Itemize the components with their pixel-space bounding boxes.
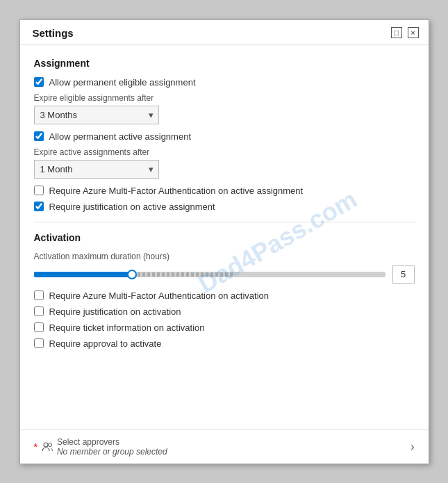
require-justification-active-label: Require justification on active assignme… [49,202,215,212]
eligible-expire-select[interactable]: 3 Months 1 Month 6 Months 1 Year [34,106,159,124]
dash [196,272,199,277]
minimize-button[interactable]: □ [391,27,402,38]
dash [201,272,204,277]
dash [186,272,189,277]
dash [172,272,174,277]
dash [210,272,213,277]
dash [206,272,208,277]
require-justification-activation-row: Require justification on activation [34,306,415,317]
allow-permanent-eligible-row: Allow permanent eligible assignment [34,77,415,88]
window-controls: □ × [391,27,419,38]
title-bar: Settings □ × [20,20,429,45]
approver-placeholder: Select approvers [57,437,167,447]
active-expire-group: Expire active assignments after 1 Month … [34,147,415,179]
allow-permanent-eligible-label: Allow permanent eligible assignment [49,77,196,88]
require-justification-activation-checkbox[interactable] [34,306,44,316]
allow-permanent-active-label: Allow permanent active assignment [49,131,192,142]
require-mfa-activation-checkbox[interactable] [34,290,44,300]
settings-window: Settings □ × Assignment Allow permanent … [19,19,429,464]
assignment-section-title: Assignment [34,58,415,69]
svg-point-1 [48,443,51,446]
require-justification-active-checkbox[interactable] [34,202,44,211]
slider-row: 5 [34,265,415,284]
require-ticket-checkbox[interactable] [34,322,44,332]
dash [162,272,165,277]
activation-section-title: Activation [34,232,415,243]
active-expire-select-wrapper: 1 Month 3 Months 6 Months 1 Year [34,160,159,179]
slider-value: 5 [392,265,415,284]
require-justification-active-row: Require justification on active assignme… [34,202,415,212]
content-area: Assignment Allow permanent eligible assi… [20,45,429,429]
approver-text-group: Select approvers No member or group sele… [57,437,167,457]
duration-label: Activation maximum duration (hours) [34,252,415,261]
dash [167,272,169,277]
dash [138,272,140,277]
svg-point-0 [44,443,48,447]
dash [215,272,218,277]
section-divider [34,222,415,222]
require-approval-row: Require approval to activate [34,338,415,349]
allow-permanent-active-checkbox[interactable] [34,131,44,141]
dash [225,272,228,277]
window-title: Settings [33,27,74,39]
require-mfa-active-row: Require Azure Multi-Factor Authenticatio… [34,186,415,196]
eligible-expire-select-wrapper: 3 Months 1 Month 6 Months 1 Year [34,106,159,124]
dash [157,272,160,277]
eligible-expire-label: Expire eligible assignments after [34,93,415,103]
dash [147,272,150,277]
approver-icon [42,442,53,452]
close-button[interactable]: × [408,27,419,38]
dash [191,272,194,277]
approvers-row[interactable]: * Select approvers No member or group se… [20,429,429,464]
required-star: * [34,441,38,452]
slider-dashes [132,272,385,277]
approver-left: * Select approvers No member or group se… [34,437,167,457]
require-justification-activation-label: Require justification on activation [49,306,181,317]
allow-permanent-eligible-checkbox[interactable] [34,77,44,87]
active-expire-label: Expire active assignments after [34,147,415,157]
require-approval-checkbox[interactable] [34,338,44,348]
require-mfa-active-label: Require Azure Multi-Factor Authenticatio… [49,186,304,196]
require-ticket-label: Require ticket information on activation [49,322,205,333]
dash [142,272,145,277]
dash [230,272,233,277]
require-mfa-active-checkbox[interactable] [34,186,44,195]
slider-thumb[interactable] [127,270,137,279]
active-expire-select[interactable]: 1 Month 3 Months 6 Months 1 Year [34,160,159,179]
dash [152,272,155,277]
slider-filled [34,272,133,277]
require-ticket-row: Require ticket information on activation [34,322,415,333]
eligible-expire-group: Expire eligible assignments after 3 Mont… [34,93,415,124]
chevron-right-icon[interactable]: › [410,441,414,453]
require-approval-label: Require approval to activate [49,338,162,349]
dash [220,272,223,277]
approver-sub: No member or group selected [57,447,167,457]
require-mfa-activation-label: Require Azure Multi-Factor Authenticatio… [49,290,269,301]
dash [176,272,179,277]
allow-permanent-active-row: Allow permanent active assignment [34,131,415,142]
require-mfa-activation-row: Require Azure Multi-Factor Authenticatio… [34,290,415,301]
dash [181,272,184,277]
slider-track[interactable] [34,272,385,277]
